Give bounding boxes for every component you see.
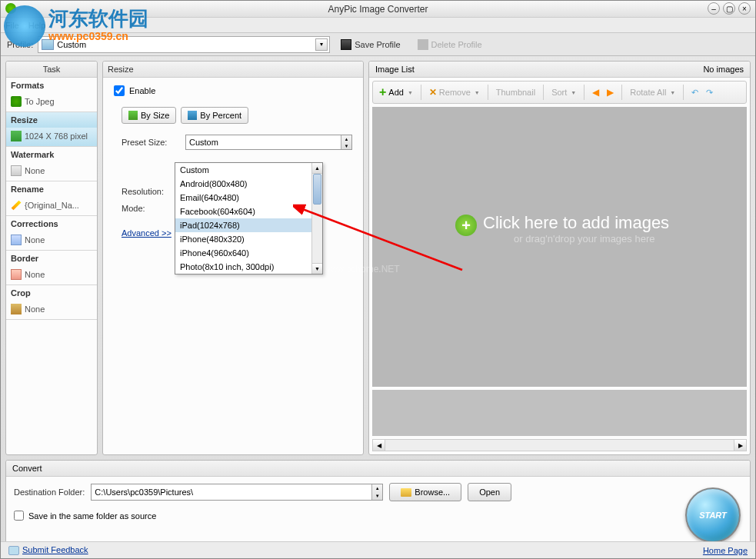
- image-list-status: No images: [703, 65, 744, 74]
- delete-icon: [418, 39, 428, 50]
- preset-option[interactable]: Facebook(604x604): [175, 205, 322, 218]
- mode-label: Mode:: [122, 204, 179, 213]
- arrow-right-icon: ▶: [607, 87, 614, 98]
- open-button[interactable]: Open: [468, 483, 511, 501]
- percent-icon: [188, 111, 197, 120]
- save-icon: [341, 39, 351, 50]
- submit-feedback-link[interactable]: Submit Feedback: [22, 545, 88, 554]
- task-border[interactable]: Border None: [6, 251, 97, 285]
- border-icon: [11, 269, 22, 280]
- enable-check-input[interactable]: [114, 85, 125, 96]
- advanced-link[interactable]: Advanced >>: [122, 228, 172, 238]
- task-title: Task: [6, 62, 97, 78]
- task-corrections[interactable]: Corrections None: [6, 216, 97, 251]
- status-bar: Submit Feedback Home Page: [1, 541, 755, 558]
- browse-button[interactable]: Browse...: [389, 483, 461, 501]
- task-rename[interactable]: Rename {Original_Na...: [6, 181, 97, 216]
- feedback-icon: [8, 546, 19, 555]
- menu-help[interactable]: Help: [28, 21, 46, 30]
- by-percent-button[interactable]: By Percent: [181, 107, 248, 124]
- task-crop[interactable]: Crop None: [6, 285, 97, 320]
- app-icon: [5, 3, 16, 14]
- preset-option[interactable]: iPhone(480x320): [175, 232, 322, 246]
- preset-option[interactable]: Custom: [175, 163, 322, 177]
- delete-profile-button[interactable]: Delete Profile: [411, 36, 488, 53]
- prev-button[interactable]: ◀: [589, 85, 602, 100]
- task-watermark[interactable]: Watermark None: [6, 147, 97, 181]
- destination-input[interactable]: C:\Users\pc0359\Pictures\ ▲▼: [91, 484, 383, 501]
- profile-bar: Profile: Custom ▾ Save Profile Delete Pr…: [1, 33, 755, 56]
- profile-value: Custom: [57, 40, 86, 49]
- sort-button[interactable]: Sort▼: [548, 85, 579, 99]
- save-profile-button[interactable]: Save Profile: [335, 36, 406, 53]
- rotate-all-button[interactable]: Rotate All▼: [627, 85, 678, 99]
- enable-checkbox[interactable]: Enable: [114, 85, 352, 96]
- profile-label: Profile:: [7, 40, 33, 49]
- drop-text-2: or drag'n'drop your images here: [514, 233, 654, 245]
- start-button[interactable]: START: [685, 487, 741, 543]
- pencil-icon: [12, 201, 22, 211]
- task-formats[interactable]: Formats To Jpeg: [6, 78, 97, 112]
- add-button[interactable]: +Add▼: [376, 83, 416, 101]
- task-panel: Task Formats To Jpeg Resize 1024 X 768 p…: [5, 61, 98, 455]
- dropdown-arrow-icon[interactable]: ▾: [315, 38, 328, 51]
- drop-text-1: Click here to add images: [483, 213, 669, 233]
- add-plus-icon: +: [455, 215, 477, 236]
- thumbnail-strip: [372, 390, 747, 436]
- preset-option[interactable]: Photo(8x10 inch, 300dpi): [175, 260, 322, 274]
- minimize-button[interactable]: –: [708, 2, 720, 15]
- destination-label: Destination Folder:: [14, 487, 85, 497]
- redo-icon: ↷: [706, 88, 713, 98]
- profile-icon: [42, 39, 54, 50]
- corrections-icon: [11, 235, 22, 245]
- preset-option[interactable]: iPhone4(960x640): [175, 246, 322, 260]
- resolution-label: Resolution:: [122, 187, 179, 196]
- titlebar: AnyPic Image Converter – ▢ ×: [1, 1, 755, 18]
- convert-icon: [11, 96, 22, 107]
- redo-button[interactable]: ↷: [703, 85, 716, 100]
- task-resize[interactable]: Resize 1024 X 768 pixel: [6, 112, 97, 147]
- resize-title: Resize: [103, 62, 363, 78]
- expand-icon: [128, 111, 138, 120]
- menubar: File Help: [1, 18, 755, 33]
- undo-icon: ↶: [691, 88, 698, 98]
- app-window: AnyPic Image Converter – ▢ × File Help P…: [0, 0, 756, 559]
- undo-button[interactable]: ↶: [688, 85, 701, 100]
- same-folder-input[interactable]: [14, 511, 24, 521]
- watermark-icon: [11, 165, 22, 176]
- drop-area[interactable]: + Click here to add images or drag'n'dro…: [372, 107, 747, 387]
- plus-icon: +: [379, 85, 386, 99]
- image-list-panel: Image List No images +Add▼ ✕Remove▼ Thum…: [368, 61, 751, 455]
- maximize-button[interactable]: ▢: [723, 2, 735, 15]
- resize-icon: [11, 131, 22, 141]
- image-toolbar: +Add▼ ✕Remove▼ Thumbnail Sort▼ ◀ ▶ Rotat…: [372, 81, 747, 104]
- preset-option[interactable]: Android(800x480): [175, 177, 322, 191]
- thumbnail-button[interactable]: Thumbnail: [493, 85, 538, 99]
- crop-icon: [11, 304, 22, 314]
- preset-size-combo[interactable]: Custom ▲▼: [185, 135, 352, 150]
- preset-option-selected[interactable]: iPad(1024x768): [175, 218, 322, 232]
- next-button[interactable]: ▶: [604, 85, 617, 100]
- convert-title: Convert: [6, 461, 750, 477]
- same-folder-checkbox[interactable]: Save in the same folder as source: [14, 511, 742, 521]
- preset-size-dropdown[interactable]: Custom Android(800x480) Email(640x480) F…: [175, 162, 323, 275]
- home-page-link[interactable]: Home Page: [703, 546, 748, 555]
- resize-panel: Resize Enable By Size By Percent Preset …: [102, 61, 364, 455]
- preset-option[interactable]: Email(640x480): [175, 191, 322, 205]
- x-icon: ✕: [429, 87, 437, 98]
- by-size-button[interactable]: By Size: [122, 107, 176, 124]
- remove-button[interactable]: ✕Remove▼: [426, 85, 483, 100]
- arrow-left-icon: ◀: [592, 87, 599, 98]
- image-list-title: Image List: [375, 65, 415, 74]
- preset-size-label: Preset Size:: [122, 138, 179, 147]
- convert-panel: Convert Destination Folder: C:\Users\pc0…: [5, 460, 751, 553]
- window-title: AnyPic Image Converter: [328, 4, 428, 15]
- profile-select[interactable]: Custom ▾: [38, 36, 330, 53]
- close-button[interactable]: ×: [738, 2, 751, 15]
- horizontal-scrollbar[interactable]: ◀▶: [372, 439, 747, 451]
- dropdown-scrollbar[interactable]: ▲ ▼: [311, 163, 322, 274]
- menu-file[interactable]: File: [5, 21, 19, 30]
- folder-icon: [401, 488, 411, 497]
